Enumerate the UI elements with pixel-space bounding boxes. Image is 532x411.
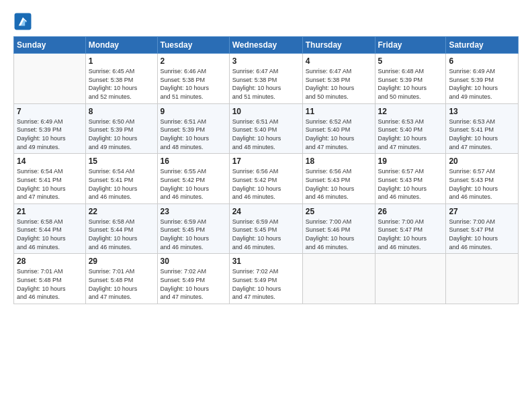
day-number: 16 [161, 156, 226, 167]
calendar: SundayMondayTuesdayWednesdayThursdayFrid… [13, 36, 519, 304]
day-number: 30 [161, 256, 226, 267]
day-info: Sunrise: 6:47 AM Sunset: 5:38 PM Dayligh… [232, 67, 300, 101]
day-cell: 5Sunrise: 6:48 AM Sunset: 5:39 PM Daylig… [375, 54, 446, 104]
day-number: 8 [89, 106, 154, 117]
page: SundayMondayTuesdayWednesdayThursdayFrid… [0, 0, 532, 411]
weekday-header-monday: Monday [85, 37, 157, 54]
day-info: Sunrise: 6:58 AM Sunset: 5:44 PM Dayligh… [17, 218, 83, 251]
day-info: Sunrise: 7:00 AM Sunset: 5:47 PM Dayligh… [378, 218, 443, 251]
week-row-1: 1Sunrise: 6:45 AM Sunset: 5:38 PM Daylig… [14, 54, 519, 104]
day-number: 28 [17, 256, 83, 267]
day-number: 13 [449, 106, 515, 117]
day-info: Sunrise: 7:02 AM Sunset: 5:49 PM Dayligh… [232, 267, 300, 301]
day-info: Sunrise: 6:56 AM Sunset: 5:43 PM Dayligh… [306, 167, 372, 201]
day-number: 26 [378, 206, 443, 217]
day-cell: 3Sunrise: 6:47 AM Sunset: 5:38 PM Daylig… [229, 54, 302, 104]
day-info: Sunrise: 6:49 AM Sunset: 5:39 PM Dayligh… [17, 118, 83, 151]
day-info: Sunrise: 6:46 AM Sunset: 5:38 PM Dayligh… [161, 67, 226, 101]
day-info: Sunrise: 7:01 AM Sunset: 5:48 PM Dayligh… [89, 267, 154, 301]
day-number: 21 [17, 206, 83, 217]
weekday-header-tuesday: Tuesday [157, 37, 229, 54]
day-number: 14 [17, 156, 83, 167]
day-number: 25 [306, 206, 372, 217]
day-info: Sunrise: 6:53 AM Sunset: 5:40 PM Dayligh… [378, 118, 443, 151]
day-info: Sunrise: 6:47 AM Sunset: 5:38 PM Dayligh… [306, 67, 372, 101]
day-number: 5 [378, 56, 443, 66]
day-number: 2 [161, 56, 226, 66]
day-info: Sunrise: 7:00 AM Sunset: 5:46 PM Dayligh… [306, 218, 372, 251]
day-info: Sunrise: 7:00 AM Sunset: 5:47 PM Dayligh… [449, 218, 515, 251]
day-number: 23 [161, 206, 226, 217]
day-number: 17 [232, 156, 300, 167]
day-cell: 17Sunrise: 6:56 AM Sunset: 5:42 PM Dayli… [229, 154, 302, 204]
day-cell: 25Sunrise: 7:00 AM Sunset: 5:46 PM Dayli… [302, 203, 375, 254]
day-cell: 8Sunrise: 6:50 AM Sunset: 5:39 PM Daylig… [85, 103, 157, 154]
day-number: 1 [89, 56, 154, 66]
day-info: Sunrise: 6:51 AM Sunset: 5:39 PM Dayligh… [161, 118, 226, 151]
day-info: Sunrise: 6:48 AM Sunset: 5:39 PM Dayligh… [378, 67, 443, 101]
day-cell: 31Sunrise: 7:02 AM Sunset: 5:49 PM Dayli… [229, 254, 302, 304]
day-number: 7 [17, 106, 83, 117]
day-cell [302, 254, 375, 304]
day-info: Sunrise: 6:49 AM Sunset: 5:39 PM Dayligh… [449, 67, 515, 101]
weekday-header-saturday: Saturday [446, 37, 519, 54]
day-info: Sunrise: 6:55 AM Sunset: 5:42 PM Dayligh… [161, 167, 226, 201]
day-cell [375, 254, 446, 304]
day-number: 9 [161, 106, 226, 117]
day-cell: 30Sunrise: 7:02 AM Sunset: 5:49 PM Dayli… [157, 254, 229, 304]
day-cell: 4Sunrise: 6:47 AM Sunset: 5:38 PM Daylig… [302, 54, 375, 104]
weekday-header-wednesday: Wednesday [229, 37, 302, 54]
day-info: Sunrise: 6:54 AM Sunset: 5:41 PM Dayligh… [89, 167, 154, 201]
day-cell: 26Sunrise: 7:00 AM Sunset: 5:47 PM Dayli… [375, 203, 446, 254]
day-cell: 2Sunrise: 6:46 AM Sunset: 5:38 PM Daylig… [157, 54, 229, 104]
week-row-5: 28Sunrise: 7:01 AM Sunset: 5:48 PM Dayli… [14, 254, 519, 304]
day-cell: 15Sunrise: 6:54 AM Sunset: 5:41 PM Dayli… [85, 154, 157, 204]
day-cell: 18Sunrise: 6:56 AM Sunset: 5:43 PM Dayli… [302, 154, 375, 204]
day-info: Sunrise: 6:54 AM Sunset: 5:41 PM Dayligh… [17, 167, 83, 201]
day-cell: 24Sunrise: 6:59 AM Sunset: 5:45 PM Dayli… [229, 203, 302, 254]
day-cell: 28Sunrise: 7:01 AM Sunset: 5:48 PM Dayli… [14, 254, 86, 304]
day-info: Sunrise: 6:57 AM Sunset: 5:43 PM Dayligh… [378, 167, 443, 201]
day-cell: 23Sunrise: 6:59 AM Sunset: 5:45 PM Dayli… [157, 203, 229, 254]
day-info: Sunrise: 7:02 AM Sunset: 5:49 PM Dayligh… [161, 267, 226, 301]
day-cell [14, 54, 86, 104]
day-info: Sunrise: 6:56 AM Sunset: 5:42 PM Dayligh… [232, 167, 300, 201]
day-info: Sunrise: 6:51 AM Sunset: 5:40 PM Dayligh… [232, 118, 300, 151]
day-number: 22 [89, 206, 154, 217]
day-number: 6 [449, 56, 515, 66]
day-number: 11 [306, 106, 372, 117]
week-row-2: 7Sunrise: 6:49 AM Sunset: 5:39 PM Daylig… [14, 103, 519, 154]
day-cell: 1Sunrise: 6:45 AM Sunset: 5:38 PM Daylig… [85, 54, 157, 104]
day-number: 29 [89, 256, 154, 267]
day-number: 15 [89, 156, 154, 167]
day-cell: 12Sunrise: 6:53 AM Sunset: 5:40 PM Dayli… [375, 103, 446, 154]
day-info: Sunrise: 6:59 AM Sunset: 5:45 PM Dayligh… [232, 218, 300, 251]
day-info: Sunrise: 6:52 AM Sunset: 5:40 PM Dayligh… [306, 118, 372, 151]
day-cell: 13Sunrise: 6:53 AM Sunset: 5:41 PM Dayli… [446, 103, 519, 154]
weekday-header-row: SundayMondayTuesdayWednesdayThursdayFrid… [14, 37, 519, 54]
day-cell: 21Sunrise: 6:58 AM Sunset: 5:44 PM Dayli… [14, 203, 86, 254]
day-cell: 11Sunrise: 6:52 AM Sunset: 5:40 PM Dayli… [302, 103, 375, 154]
day-number: 27 [449, 206, 515, 217]
day-number: 12 [378, 106, 443, 117]
day-info: Sunrise: 6:45 AM Sunset: 5:38 PM Dayligh… [89, 67, 154, 101]
day-info: Sunrise: 6:53 AM Sunset: 5:41 PM Dayligh… [449, 118, 515, 151]
day-cell: 10Sunrise: 6:51 AM Sunset: 5:40 PM Dayli… [229, 103, 302, 154]
day-info: Sunrise: 7:01 AM Sunset: 5:48 PM Dayligh… [17, 267, 83, 301]
day-number: 24 [232, 206, 300, 217]
week-row-4: 21Sunrise: 6:58 AM Sunset: 5:44 PM Dayli… [14, 203, 519, 254]
day-info: Sunrise: 6:50 AM Sunset: 5:39 PM Dayligh… [89, 118, 154, 151]
logo [13, 12, 35, 31]
day-number: 4 [306, 56, 372, 66]
week-row-3: 14Sunrise: 6:54 AM Sunset: 5:41 PM Dayli… [14, 154, 519, 204]
day-cell: 20Sunrise: 6:57 AM Sunset: 5:43 PM Dayli… [446, 154, 519, 204]
weekday-header-thursday: Thursday [302, 37, 375, 54]
weekday-header-sunday: Sunday [14, 37, 86, 54]
day-cell: 6Sunrise: 6:49 AM Sunset: 5:39 PM Daylig… [446, 54, 519, 104]
day-cell: 9Sunrise: 6:51 AM Sunset: 5:39 PM Daylig… [157, 103, 229, 154]
day-cell: 22Sunrise: 6:58 AM Sunset: 5:44 PM Dayli… [85, 203, 157, 254]
day-number: 20 [449, 156, 515, 167]
day-cell: 7Sunrise: 6:49 AM Sunset: 5:39 PM Daylig… [14, 103, 86, 154]
day-number: 19 [378, 156, 443, 167]
day-cell: 29Sunrise: 7:01 AM Sunset: 5:48 PM Dayli… [85, 254, 157, 304]
